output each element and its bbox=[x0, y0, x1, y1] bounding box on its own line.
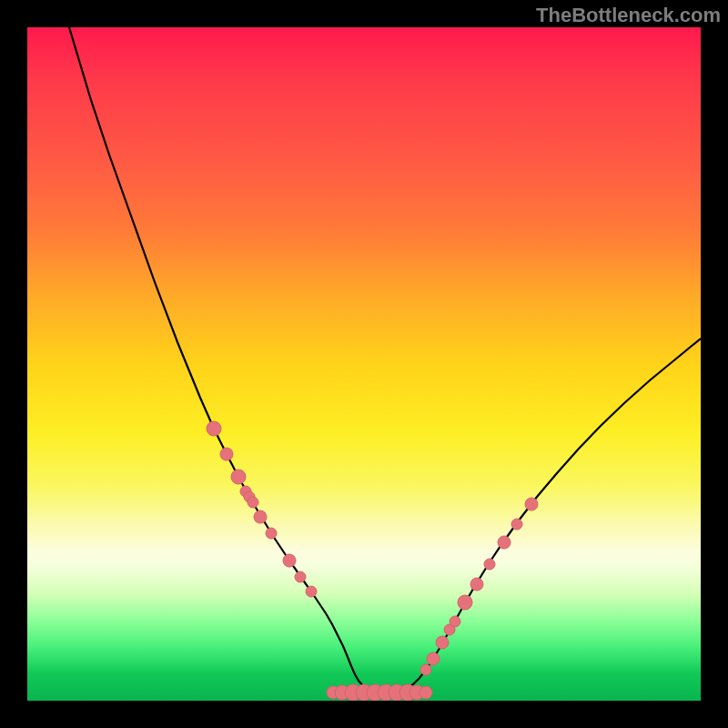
data-marker-left bbox=[266, 528, 277, 539]
watermark-text: TheBottleneck.com bbox=[536, 4, 721, 27]
data-marker-left bbox=[248, 497, 258, 508]
plot-area bbox=[27, 27, 701, 701]
data-marker-right bbox=[436, 636, 449, 649]
data-marker-right bbox=[525, 498, 538, 511]
data-marker-right bbox=[498, 536, 511, 549]
data-marker-left bbox=[207, 421, 221, 436]
data-marker-right bbox=[470, 578, 483, 591]
data-marker-right bbox=[458, 595, 472, 610]
data-marker-right bbox=[420, 664, 431, 675]
data-marker-right bbox=[450, 616, 460, 627]
data-marker-left bbox=[254, 511, 267, 523]
chart-svg bbox=[27, 27, 701, 701]
data-marker-left bbox=[283, 554, 296, 567]
data-marker-left bbox=[220, 448, 233, 460]
data-marker-right bbox=[511, 519, 522, 530]
data-marker-right bbox=[427, 652, 440, 665]
data-marker-left bbox=[231, 470, 246, 484]
baseline-marker bbox=[420, 686, 432, 699]
data-marker-left bbox=[295, 571, 306, 582]
bottleneck-curve bbox=[69, 27, 701, 693]
chart-frame: TheBottleneck.com bbox=[0, 0, 728, 728]
data-marker-left bbox=[306, 586, 317, 597]
data-marker-right bbox=[484, 559, 495, 570]
